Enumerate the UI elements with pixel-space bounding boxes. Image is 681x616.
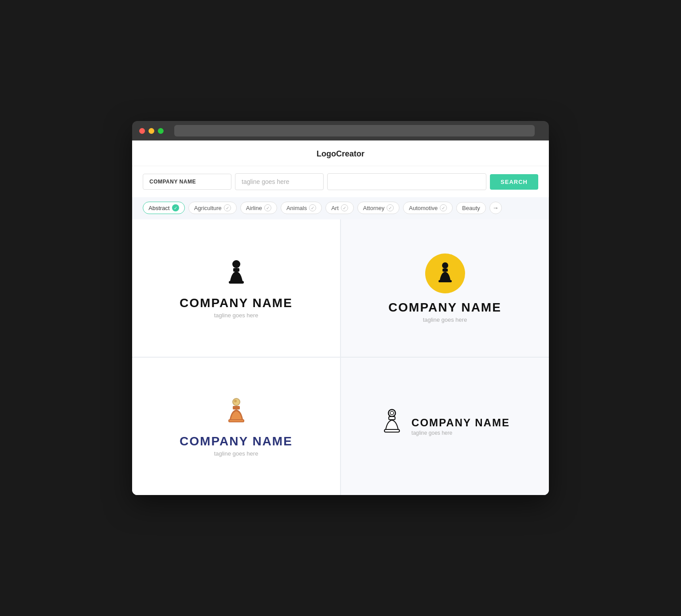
tagline-4: tagline goes here (411, 430, 510, 436)
chess-icon-1 (223, 258, 250, 289)
filter-tag-abstract[interactable]: Abstract ✓ (143, 202, 185, 214)
filter-label-automotive: Automotive (409, 205, 438, 211)
check-icon-animals: ✓ (309, 204, 316, 211)
search-bar: SEARCH (132, 166, 549, 197)
filter-tag-art[interactable]: Art ✓ (325, 202, 354, 214)
tagline-3: tagline goes here (214, 450, 258, 457)
filter-tag-agriculture[interactable]: Agriculture ✓ (188, 202, 237, 214)
logo-card-3[interactable]: COMPANY NAME tagline goes here (132, 358, 340, 495)
filter-label-animals: Animals (286, 205, 307, 211)
filter-tag-beauty[interactable]: Beauty (456, 202, 485, 214)
filter-tag-airline[interactable]: Airline ✓ (240, 202, 277, 214)
svg-rect-2 (229, 281, 244, 284)
search-button[interactable]: SEARCH (490, 174, 538, 190)
tagline-1: tagline goes here (214, 312, 258, 319)
svg-point-13 (390, 411, 394, 415)
company-name-1: COMPANY NAME (180, 296, 293, 310)
svg-rect-14 (389, 417, 395, 420)
logo-inline-layout: COMPANY NAME tagline goes here (380, 407, 510, 445)
check-icon-automotive: ✓ (440, 204, 447, 211)
filter-label-abstract: Abstract (149, 205, 170, 211)
svg-point-3 (442, 262, 448, 269)
svg-point-8 (234, 400, 237, 402)
filter-label-art: Art (331, 205, 339, 211)
company-name-input[interactable] (143, 174, 231, 190)
browser-window: LogoCreator SEARCH Abstract ✓ Agricultur… (132, 121, 549, 495)
yellow-circle-icon (425, 253, 465, 293)
chess-icon-4 (380, 407, 404, 438)
logo-card-2[interactable]: COMPANY NAME tagline goes here (341, 219, 549, 357)
svg-rect-5 (438, 280, 452, 282)
tagline-input[interactable] (235, 173, 324, 190)
svg-rect-1 (233, 268, 239, 272)
svg-point-0 (232, 260, 240, 268)
check-icon-art: ✓ (341, 204, 348, 211)
minimize-button[interactable] (149, 128, 154, 134)
company-name-2: COMPANY NAME (388, 300, 501, 315)
filter-label-agriculture: Agriculture (194, 205, 222, 211)
address-bar[interactable] (174, 125, 535, 136)
logo-card-4[interactable]: COMPANY NAME tagline goes here (341, 358, 549, 495)
filter-label-beauty: Beauty (462, 205, 480, 211)
svg-rect-11 (229, 420, 243, 421)
tagline-2: tagline goes here (423, 316, 467, 323)
close-button[interactable] (139, 128, 145, 134)
check-icon-airline: ✓ (264, 204, 271, 211)
check-icon-abstract: ✓ (172, 204, 179, 211)
logo-card-4-text: COMPANY NAME tagline goes here (411, 417, 510, 436)
browser-titlebar (132, 121, 549, 140)
svg-rect-4 (442, 269, 448, 272)
company-name-4: COMPANY NAME (411, 417, 510, 429)
app-content: LogoCreator SEARCH Abstract ✓ Agricultur… (132, 140, 549, 495)
svg-rect-15 (384, 429, 399, 432)
filter-label-attorney: Attorney (363, 205, 384, 211)
app-title: LogoCreator (317, 149, 364, 158)
company-name-3: COMPANY NAME (180, 434, 293, 448)
logo-card-1[interactable]: COMPANY NAME tagline goes here (132, 219, 340, 357)
filter-bar: Abstract ✓ Agriculture ✓ Airline ✓ Anima… (132, 197, 549, 219)
filter-next-button[interactable]: → (489, 202, 502, 214)
filter-tag-automotive[interactable]: Automotive ✓ (403, 202, 453, 214)
chess-icon-3 (223, 396, 250, 427)
filter-tag-attorney[interactable]: Attorney ✓ (357, 202, 399, 214)
extra-input[interactable] (327, 173, 486, 190)
filter-label-airline: Airline (246, 205, 262, 211)
check-icon-attorney: ✓ (387, 204, 394, 211)
app-header: LogoCreator (132, 140, 549, 166)
logo-grid: COMPANY NAME tagline goes here COMPANY N… (132, 219, 549, 495)
maximize-button[interactable] (158, 128, 164, 134)
svg-rect-9 (233, 406, 240, 409)
check-icon-agriculture: ✓ (224, 204, 231, 211)
filter-tag-animals[interactable]: Animals ✓ (281, 202, 322, 214)
